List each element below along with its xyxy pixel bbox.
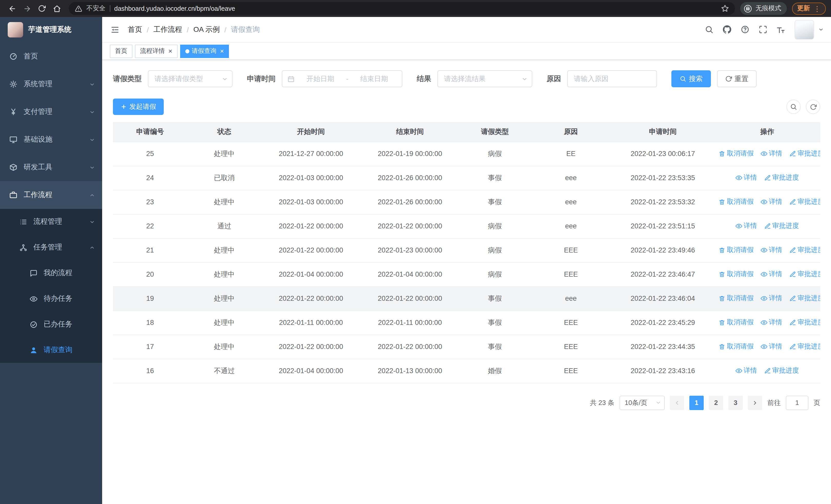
sidebar-item-my-process[interactable]: 我的流程 [0, 260, 102, 286]
approval-progress-link[interactable]: 审批进度 [764, 221, 799, 231]
cell-end-time: 2022-01-26 00:00:00 [361, 166, 460, 190]
eye-icon [761, 295, 767, 302]
approval-progress-link[interactable]: 审批进度 [790, 245, 820, 255]
eye-icon [761, 150, 767, 157]
leave-type-select[interactable]: 请选择请假类型 [148, 70, 232, 87]
sidebar-menu: 首页 系统管理 支付管理 基础设施 [0, 42, 102, 363]
yen-icon [9, 108, 18, 116]
table-row: 17 处理中 2022-01-22 00:00:00 2022-01-22 00… [113, 335, 820, 359]
tab-leave-query[interactable]: 请假查询 × [180, 45, 229, 58]
detail-link[interactable]: 详情 [735, 221, 757, 231]
reset-button[interactable]: 重置 [717, 70, 756, 87]
header-search-button[interactable] [701, 22, 716, 37]
tab-home[interactable]: 首页 [110, 45, 133, 58]
sidebar-toggle-button[interactable] [102, 17, 128, 42]
top-navbar: 首页 / 工作流程 / OA 示例 / 请假查询 [102, 17, 831, 42]
detail-link[interactable]: 详情 [761, 270, 782, 279]
detail-link[interactable]: 详情 [735, 366, 757, 376]
cell-apply-time: 2022-01-22 23:53:32 [611, 190, 714, 214]
approval-progress-link[interactable]: 审批进度 [764, 173, 799, 182]
result-select[interactable]: 请选择流结果 [437, 70, 532, 87]
detail-link[interactable]: 详情 [761, 245, 782, 255]
breadcrumb-item-home[interactable]: 首页 [128, 25, 142, 34]
fullscreen-button[interactable] [755, 22, 770, 37]
breadcrumb-item-leave-query: 请假查询 [231, 25, 260, 34]
user-avatar[interactable] [795, 20, 814, 39]
cancel-leave-link[interactable]: 取消请假 [719, 342, 754, 351]
detail-link[interactable]: 详情 [735, 173, 757, 182]
approval-progress-link[interactable]: 审批进度 [790, 149, 820, 158]
sidebar-item-payment-mgmt[interactable]: 支付管理 [0, 98, 102, 126]
approval-progress-link[interactable]: 审批进度 [790, 342, 820, 351]
address-bar[interactable]: 不安全 dashboard.yudao.iocoder.cn/bpm/oa/le… [69, 2, 735, 15]
cancel-leave-link[interactable]: 取消请假 [719, 149, 754, 158]
browser-update-button[interactable]: 更新 ⋮ [792, 2, 826, 14]
approval-progress-link[interactable]: 审批进度 [790, 270, 820, 279]
page-button-2[interactable]: 2 [709, 395, 723, 410]
browser-forward-button[interactable] [20, 2, 34, 16]
goto-page-input[interactable] [786, 395, 808, 410]
toggle-search-button[interactable] [786, 99, 801, 114]
close-icon[interactable]: × [220, 48, 224, 54]
browser-menu-icon[interactable]: ⋮ [813, 4, 821, 12]
font-size-button[interactable] [774, 22, 788, 37]
help-button[interactable] [738, 22, 752, 37]
eye-icon [761, 271, 767, 278]
breadcrumb-item-oa-example[interactable]: OA 示例 [194, 25, 220, 34]
cell-status: 处理中 [187, 287, 261, 310]
sidebar-item-dev-tools[interactable]: 研发工具 [0, 153, 102, 181]
sidebar-item-done-tasks[interactable]: 已办任务 [0, 312, 102, 337]
sidebar-item-todo-tasks[interactable]: 待办任务 [0, 286, 102, 312]
page-size-select[interactable]: 10条/页 [620, 395, 665, 410]
approval-progress-link[interactable]: 审批进度 [790, 197, 820, 207]
cancel-leave-link[interactable]: 取消请假 [719, 318, 754, 327]
create-leave-button[interactable]: 发起请假 [113, 98, 164, 115]
eye-icon [735, 223, 742, 230]
browser-home-button[interactable] [50, 2, 64, 16]
next-page-button[interactable] [748, 395, 762, 410]
list-icon [20, 218, 27, 226]
github-link[interactable] [720, 22, 734, 37]
sidebar-item-process-mgmt[interactable]: 流程管理 [0, 209, 102, 235]
detail-link[interactable]: 详情 [761, 318, 782, 327]
sidebar-item-task-mgmt[interactable]: 任务管理 [0, 235, 102, 260]
approval-progress-link[interactable]: 审批进度 [790, 294, 820, 303]
sidebar-item-home[interactable]: 首页 [0, 42, 102, 70]
breadcrumb-item-workflow[interactable]: 工作流程 [153, 25, 182, 34]
approval-progress-link[interactable]: 审批进度 [790, 318, 820, 327]
apply-time-range-picker[interactable]: 开始日期 - 结束日期 [282, 70, 402, 87]
refresh-table-button[interactable] [806, 99, 820, 114]
cell-apply-time: 2022-01-22 23:46:47 [611, 262, 714, 287]
browser-refresh-button[interactable] [35, 2, 49, 16]
tab-process-detail[interactable]: 流程详情 × [135, 45, 177, 58]
close-icon[interactable]: × [168, 48, 172, 54]
bookmark-star-icon[interactable] [721, 5, 729, 12]
browser-back-button[interactable] [5, 2, 19, 16]
page-button-3[interactable]: 3 [728, 395, 743, 410]
detail-link[interactable]: 详情 [761, 197, 782, 207]
total-count: 共 23 条 [590, 398, 614, 407]
approval-progress-link[interactable]: 审批进度 [764, 366, 799, 376]
cancel-leave-link[interactable]: 取消请假 [719, 197, 754, 207]
sidebar-item-workflow[interactable]: 工作流程 [0, 181, 102, 209]
pen-icon [790, 150, 796, 157]
reason-input[interactable] [567, 70, 657, 87]
sidebar-item-infrastructure[interactable]: 基础设施 [0, 126, 102, 153]
cell-leave-type: 事假 [459, 335, 530, 359]
cancel-leave-link[interactable]: 取消请假 [719, 270, 754, 279]
app-logo[interactable]: 芋道管理系统 [0, 17, 102, 42]
page-button-1[interactable]: 1 [689, 395, 704, 410]
eye-icon [735, 367, 742, 374]
trash-icon [719, 247, 725, 254]
cancel-leave-link[interactable]: 取消请假 [719, 245, 754, 255]
detail-link[interactable]: 详情 [761, 342, 782, 351]
detail-link[interactable]: 详情 [761, 149, 782, 158]
search-button[interactable]: 搜索 [671, 70, 711, 87]
detail-link[interactable]: 详情 [761, 294, 782, 303]
pen-icon [790, 295, 796, 302]
sidebar-item-leave-query[interactable]: 请假查询 [0, 337, 102, 363]
prev-page-button[interactable] [670, 395, 684, 410]
chevron-down-icon[interactable] [818, 27, 824, 32]
cancel-leave-link[interactable]: 取消请假 [719, 294, 754, 303]
sidebar-item-system-mgmt[interactable]: 系统管理 [0, 70, 102, 98]
